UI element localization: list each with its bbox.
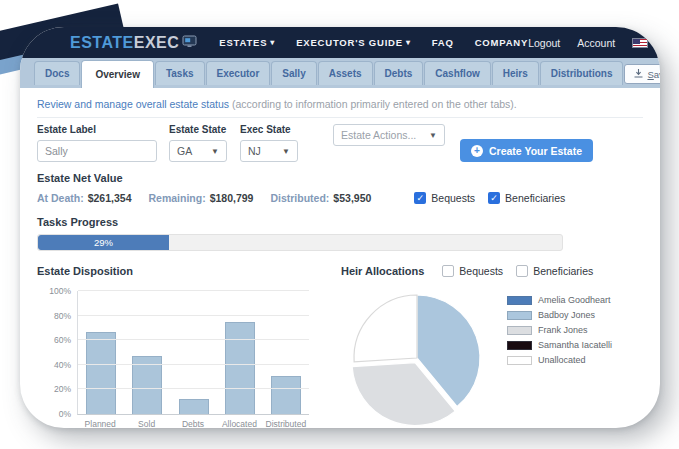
bar-sold xyxy=(132,356,162,414)
estate-disposition-title: Estate Disposition xyxy=(37,265,333,277)
estate-label-field: Estate Label xyxy=(37,124,157,162)
gridline xyxy=(78,364,309,365)
stat-label: Distributed: xyxy=(270,192,329,204)
estate-actions-field: Estate Actions... ▼ xyxy=(333,124,445,146)
bar-column xyxy=(217,291,263,414)
logout-link[interactable]: Logout xyxy=(528,37,560,49)
estate-form: Estate Label Estate State GA ▼ Exec Stat… xyxy=(37,124,643,162)
x-tick-label: Sold xyxy=(123,419,169,428)
nav-right: Logout Account xyxy=(528,37,648,49)
bar-x-labels: PlannedSoldDebtsAllocatedDistributed xyxy=(77,419,309,428)
estate-label-caption: Estate Label xyxy=(37,124,157,135)
create-estate-label: Create Your Estate xyxy=(489,145,582,157)
heir-allocations-chart: Heir Allocations BequestsBeneficiaries A… xyxy=(333,265,643,428)
nav-item-faq[interactable]: FAQ xyxy=(432,37,454,48)
stat-value: $180,799 xyxy=(210,192,254,204)
y-tick-label: 40% xyxy=(54,360,71,370)
x-tick-label: Debts xyxy=(170,419,216,428)
bar-allocated xyxy=(225,322,255,414)
bar-column xyxy=(263,291,309,414)
estate-actions-placeholder: Estate Actions... xyxy=(341,129,416,141)
description-muted: (according to information primarily ente… xyxy=(232,98,517,110)
stat-value: $53,950 xyxy=(333,192,371,204)
save-all-button[interactable]: Save All xyxy=(624,64,660,84)
unchecked-checkbox-icon xyxy=(442,265,454,277)
nav-item-executor-s-guide[interactable]: EXECUTOR'S GUIDE▾ xyxy=(296,37,411,48)
legend-swatch xyxy=(507,311,532,320)
nav-item-company[interactable]: COMPANY xyxy=(475,37,528,48)
checked-checkbox-icon: ✓ xyxy=(488,192,500,204)
estate-state-caption: Estate State xyxy=(169,124,227,135)
checkbox-beneficiaries[interactable]: ✓Beneficiaries xyxy=(488,192,565,204)
estateexec-logo[interactable]: ESTATE EXEC xyxy=(70,34,197,52)
legend-swatch xyxy=(507,341,532,350)
checkbox-label: Beneficiaries xyxy=(505,192,565,204)
legend-item: Frank Jones xyxy=(507,325,612,335)
tasks-progress-section: Tasks Progress 29% xyxy=(37,216,643,251)
gridline xyxy=(78,388,309,389)
us-flag-icon[interactable] xyxy=(632,38,648,48)
tab-tasks[interactable]: Tasks xyxy=(155,61,205,85)
tasks-progress-fill: 29% xyxy=(38,235,169,250)
stat-distributed-: Distributed:$53,950 xyxy=(270,192,371,204)
nav-menu: ESTATES▾EXECUTOR'S GUIDE▾FAQCOMPANY xyxy=(219,37,528,48)
tab-docs[interactable]: Docs xyxy=(34,61,80,85)
estate-actions-select[interactable]: Estate Actions... ▼ xyxy=(333,124,445,146)
save-all-label: Save All xyxy=(647,69,660,80)
chevron-down-icon: ▾ xyxy=(406,38,411,47)
estate-label-input[interactable] xyxy=(37,140,157,162)
legend-label: Badboy Jones xyxy=(538,310,595,320)
charts-row: Estate Disposition 0%20%40%60%80%100% Pl… xyxy=(37,265,643,428)
tab-assets[interactable]: Assets xyxy=(318,61,373,85)
nav-item-label: ESTATES xyxy=(219,37,267,48)
tab-heirs[interactable]: Heirs xyxy=(492,61,539,85)
stat-value: $261,354 xyxy=(88,192,132,204)
bar-distributed xyxy=(271,376,301,414)
legend-item: Badboy Jones xyxy=(507,310,612,320)
checked-checkbox-icon: ✓ xyxy=(414,192,426,204)
legend-item: Unallocated xyxy=(507,355,612,365)
exec-state-select[interactable]: NJ ▼ xyxy=(240,140,298,162)
app-card: ESTATE EXEC ESTATES▾EXECUTOR'S GUIDE▾FAQ… xyxy=(20,27,660,428)
nav-item-estates[interactable]: ESTATES▾ xyxy=(219,37,275,48)
estate-disposition-chart: Estate Disposition 0%20%40%60%80%100% Pl… xyxy=(37,265,333,428)
heir-allocations-header: Heir Allocations BequestsBeneficiaries xyxy=(341,265,643,277)
y-tick-label: 60% xyxy=(54,335,71,345)
checkbox-bequests[interactable]: ✓Bequests xyxy=(414,192,475,204)
monitor-icon xyxy=(182,34,197,52)
tab-overview[interactable]: Overview xyxy=(81,60,153,88)
legend-item: Amelia Goodheart xyxy=(507,295,612,305)
pie-legend: Amelia GoodheartBadboy JonesFrank JonesS… xyxy=(507,295,612,428)
tab-cashflow[interactable]: Cashflow xyxy=(424,61,490,85)
bars xyxy=(78,291,309,414)
legend-item: Samantha Iacatelli xyxy=(507,340,612,350)
tasks-progress-bar: 29% xyxy=(37,234,563,251)
bar-planned xyxy=(86,332,116,414)
bar-column xyxy=(124,291,170,414)
x-tick-label: Allocated xyxy=(216,419,262,428)
checkbox-bequests[interactable]: Bequests xyxy=(442,265,503,277)
estate-state-value: GA xyxy=(177,145,192,157)
tab-sally[interactable]: Sally xyxy=(271,61,316,85)
tab-executor[interactable]: Executor xyxy=(206,61,271,85)
tab-distributions[interactable]: Distributions xyxy=(540,61,624,85)
legend-label: Unallocated xyxy=(538,355,586,365)
chevron-down-icon: ▼ xyxy=(282,147,290,156)
exec-state-field: Exec State NJ ▼ xyxy=(240,124,298,162)
plus-icon: + xyxy=(471,145,483,157)
exec-state-caption: Exec State xyxy=(240,124,298,135)
estateexec-app: ESTATE EXEC ESTATES▾EXECUTOR'S GUIDE▾FAQ… xyxy=(0,0,679,449)
checkbox-beneficiaries[interactable]: Beneficiaries xyxy=(516,265,593,277)
legend-label: Samantha Iacatelli xyxy=(538,340,612,350)
y-tick-label: 0% xyxy=(59,409,71,419)
download-icon xyxy=(634,69,643,80)
tab-debts[interactable]: Debts xyxy=(374,61,424,85)
pie-slice-unallocated xyxy=(354,295,417,362)
x-tick-label: Distributed xyxy=(263,419,309,428)
bar-column xyxy=(78,291,124,414)
estate-state-select[interactable]: GA ▼ xyxy=(169,140,227,162)
account-link[interactable]: Account xyxy=(577,37,615,49)
checkbox-label: Beneficiaries xyxy=(533,265,593,277)
create-estate-button[interactable]: + Create Your Estate xyxy=(460,139,593,162)
pie-chart xyxy=(345,283,495,428)
